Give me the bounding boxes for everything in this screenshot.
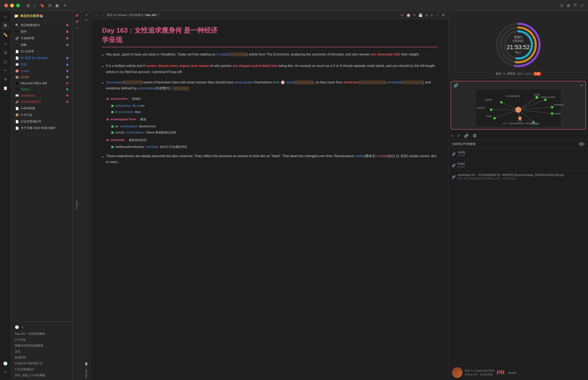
tab-hash[interactable]: # [458,134,460,138]
search-folder-icon: 🔍 [15,23,19,27]
sidebar-back[interactable]: ↩ [2,13,9,21]
item-dot [66,31,68,33]
recent-ob[interactable]: 我用Ob学英语思路整理 [13,343,71,349]
star-icon[interactable]: ★ [85,13,88,16]
vocab-sub-item-2: 3 successive days [111,109,438,114]
sidebar-item-cubox[interactable]: 🎯 Cubox [12,68,71,74]
sidebar-blank[interactable]: ◻ [2,40,9,47]
sidebar-grid[interactable]: ⊞ [2,49,9,56]
tab-backlink[interactable]: ⛓ [473,134,477,138]
sidebar-create[interactable]: ✏️ [2,31,9,38]
sidebar-item-label: Kindle [21,76,65,79]
expand-icon[interactable]: ⤢ [581,3,584,8]
recent-clock[interactable]: 彩色时钟 [13,355,71,361]
home-icon[interactable]: 🏠 [406,13,411,17]
minimize-button[interactable] [10,4,14,7]
sidebar-item-kindle[interactable]: 📚 Kindle [12,74,71,80]
main-layout: ↩ 👁 ✏️ ◻ ⊞ ◱ ✂ ⊕ 📋 🕐 ≡ 📁 绛芸的文献库📚 🔍 笔记检索&… [0,11,588,380]
green-sq5-icon [111,146,113,148]
pin2-icon[interactable]: 📌 [74,19,79,24]
recent-2022[interactable]: 2022_高放_2个月经周期... [13,372,71,378]
more-icon[interactable]: ⋯ [436,13,439,17]
clock-icon[interactable]: ⏱ [573,3,577,8]
clock-center: 星期六 5月20日 21:53:52 晚上 [507,35,530,55]
sidebar-read[interactable]: 👁 [2,22,9,30]
circle-icon[interactable]: ⊙ [560,3,563,8]
sidebar-item-cardbox[interactable]: 📦 0-卡片盒 [12,112,71,118]
graph-settings-icon[interactable]: ⚙ [580,84,583,87]
recent-cardbox[interactable]: 0-卡片盒 [13,337,71,343]
nav-forward[interactable]: → [101,13,104,17]
new-tab-button[interactable]: + [64,3,66,8]
graph-canvas: vanity import vs impart embraced literal… [451,89,586,126]
vocab-word: successive [110,96,127,101]
sidebar-item-search[interactable]: 🔍 笔记检索&统计 [12,22,71,28]
day-strip-icons: ★ ★ [85,13,88,21]
close-button[interactable] [4,4,8,7]
sidebar-icon[interactable]: ▣ [55,3,59,8]
sidebar-add[interactable]: ⊕ [2,76,9,83]
history-icon[interactable]: 🕐 [15,325,19,329]
star2-icon[interactable]: ★ [85,18,88,21]
sidebar-item-wordbank[interactable]: 📄 0-词句积累 [12,105,71,112]
blank-servitude [402,80,423,84]
inline-indepth: in-depth [216,53,229,56]
tab-list[interactable]: ≡ [451,134,453,138]
layout-icon[interactable]: ⊟ [48,3,52,8]
sidebar-menu[interactable]: ≡ [2,369,9,376]
sidebar-item-office[interactable]: ▦ Microsoft Office 365 [12,80,71,86]
sidebar-scissors[interactable]: ✂ [2,67,9,74]
recent-home[interactable]: 主页 [13,349,71,355]
recent-paper[interactable]: 0-论文阅读队列 [13,366,71,372]
recent-day163[interactable]: Day 163 : "女性追求瘦身... [13,331,71,337]
link-boast[interactable]: 🔗 boast 生词本 [448,160,588,171]
svg-text:vanity: vanity [534,93,540,96]
layout2-icon[interactable]: ⊞ [425,13,428,17]
link-vanity[interactable]: 🔗 vanity 生词本 [448,148,588,160]
sidebar-item-research[interactable]: 🔗 大创&科研 [12,35,71,41]
sidebar-item-plugin[interactable]: </> 插件 [12,29,71,35]
sidebar-item-zotero[interactable]: 🚀 Zotero文献笔记 [12,99,71,105]
pin-icon[interactable]: 📌 [74,13,79,18]
blank-vanity [296,80,313,84]
sidebar-item-simpread[interactable]: 📖 SimpRead [12,93,71,98]
sidebar-item-python[interactable]: </> Python [12,86,71,92]
bullet-1: • Hey guys, good to have you back in Hea… [102,52,438,59]
grid-icon[interactable]: ⊞ [27,3,30,8]
nav-back[interactable]: ← [95,13,98,17]
sidebar-item-paperqueue[interactable]: 📄 0-论文阅读队列 [12,118,71,125]
refresh-icon[interactable]: ↻ [413,13,416,17]
sidebar-panel[interactable]: ◱ [2,57,9,65]
svg-text:Day: Day [518,119,522,122]
sidebar-item-vocab[interactable]: 📄 En 生词本 [12,48,71,55]
sidebar-item-strategy[interactable]: ✂ 攻略 [12,42,71,48]
edit-icon[interactable]: ✏ [430,13,433,17]
close-doc-button[interactable]: ✕ [442,13,445,17]
tag-icon[interactable]: 🏷 [400,13,404,17]
link-assets[interactable]: 🔗 assets/Day 163："女性追求瘦身材"是一种经济学呈现.asset… [448,171,588,183]
sidebar-item-english[interactable]: 📄 En 英语 for Lifespan [12,55,71,61]
list-icon[interactable]: ≡ [22,325,23,329]
vocab-meaning-emancipate: 解放 [140,117,146,122]
link-icon-1: 🔗 [452,152,456,156]
inline-domestic: domestic [343,80,358,84]
sidebar-item-2023[interactable]: 📄 关于开展 2023 年第力届中 [12,125,71,131]
doc-toolbar: ← → 英语 for Lifespan / 英文标题党 / Day 163 : … [91,11,448,19]
close-strip-icon[interactable]: ✕ [75,25,79,30]
svg-text:perceive: perceive [477,107,485,109]
search-icon[interactable]: ⌕ [34,3,36,8]
graph-svg: vanity import vs impart embraced literal… [451,89,586,126]
sidebar-history[interactable]: 🕐 [2,360,9,367]
bullet-dot-4: • [102,153,103,165]
sidebar-item-chat[interactable]: 💬 终觉 [12,61,71,68]
simpread-icon: 📖 [15,94,19,97]
sidebar-clipboard[interactable]: 📋 [2,84,9,92]
maximize-button[interactable] [16,4,20,7]
link-icon-2: 🔗 [452,164,456,167]
save-icon[interactable]: 💾 [418,13,423,17]
blank-1 [230,53,247,56]
recent-pd[interactable]: PD治疗&干预方案汇总 [13,361,71,366]
tab-link[interactable]: 🔗 [464,133,469,138]
table-icon[interactable]: ⊞ [567,3,570,8]
bookmark-icon[interactable]: 🔖 [40,3,44,8]
